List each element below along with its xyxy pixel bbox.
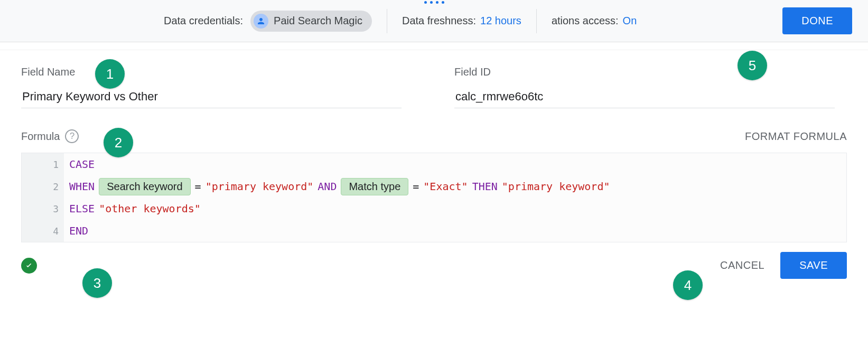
- access-value: On: [623, 15, 637, 27]
- callout-5: 5: [738, 51, 767, 80]
- keyword-then: THEN: [472, 180, 498, 193]
- string-literal: "primary keyword": [206, 180, 314, 193]
- line-number: 1: [22, 153, 64, 175]
- formula-label: Formula: [21, 130, 60, 143]
- callout-1: 1: [95, 59, 125, 89]
- operator-equals: =: [195, 180, 201, 193]
- field-id-label: Field ID: [454, 66, 835, 78]
- keyword-when: WHEN: [69, 180, 95, 193]
- freshness-label: Data freshness:: [402, 15, 476, 27]
- format-formula-button[interactable]: FORMAT FORMULA: [745, 130, 847, 143]
- callout-2: 2: [104, 128, 133, 157]
- keyword-case: CASE: [69, 158, 95, 171]
- avatar-icon: [254, 14, 268, 29]
- top-bar: Data credentials: Paid Search Magic Data…: [0, 0, 868, 42]
- field-pill-search-keyword[interactable]: Search keyword: [99, 178, 190, 195]
- save-button[interactable]: SAVE: [780, 252, 847, 279]
- line-number: 2: [22, 175, 64, 198]
- credentials-label: Data credentials:: [164, 15, 243, 27]
- divider: [387, 9, 387, 33]
- string-literal: "Exact": [423, 180, 468, 193]
- string-literal: "other keywords": [99, 202, 201, 215]
- drag-handle-icon[interactable]: [424, 1, 444, 4]
- field-name-input[interactable]: [21, 86, 402, 108]
- operator-equals: =: [413, 180, 419, 193]
- access-label: ations access:: [552, 15, 619, 27]
- done-button[interactable]: DONE: [782, 7, 852, 34]
- help-icon[interactable]: ?: [65, 129, 79, 143]
- field-pill-match-type[interactable]: Match type: [341, 178, 408, 195]
- keyword-and: AND: [318, 180, 337, 193]
- cancel-button[interactable]: CANCEL: [720, 259, 764, 271]
- data-credentials: Data credentials: Paid Search Magic: [164, 11, 372, 32]
- field-name-label: Field Name: [21, 66, 402, 78]
- line-number: 3: [22, 198, 64, 220]
- credentials-value: Paid Search Magic: [274, 15, 362, 27]
- line-number: 4: [22, 220, 64, 242]
- editor-panel: Field Name Field ID Formula ? FORMAT FOR…: [0, 50, 868, 279]
- keyword-else: ELSE: [69, 202, 95, 215]
- keyword-end: END: [69, 224, 88, 237]
- callout-4: 4: [673, 270, 703, 300]
- field-name-group: Field Name: [21, 66, 402, 108]
- check-icon: [21, 258, 37, 274]
- data-freshness[interactable]: Data freshness: 12 hours: [402, 15, 521, 27]
- credentials-chip[interactable]: Paid Search Magic: [250, 11, 372, 32]
- field-id-input[interactable]: [454, 86, 835, 108]
- divider: [536, 9, 537, 33]
- access-setting[interactable]: ations access: On: [552, 15, 637, 27]
- string-literal: "primary keyword": [502, 180, 610, 193]
- formula-editor[interactable]: 1 CASE 2 WHEN Search keyword = "primary …: [21, 153, 847, 242]
- callout-3: 3: [82, 268, 112, 298]
- field-id-group: Field ID: [454, 66, 835, 108]
- freshness-value: 12 hours: [480, 15, 521, 27]
